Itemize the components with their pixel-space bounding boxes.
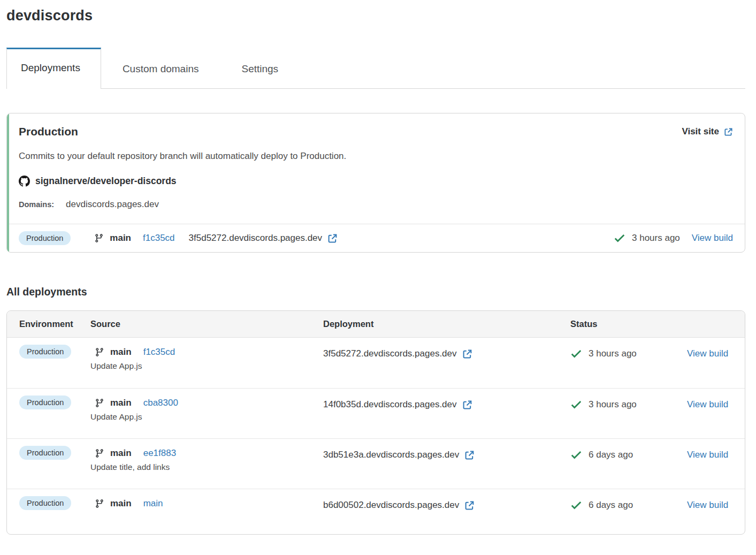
external-link-icon[interactable] [464, 500, 475, 511]
environment-badge: Production [19, 496, 71, 510]
col-action [687, 319, 745, 329]
branch-name: main [110, 233, 131, 244]
deploy-time: 3 hours ago [632, 233, 680, 244]
git-branch-icon [95, 448, 104, 458]
deploy-time: 3 hours ago [589, 348, 637, 359]
deployment-url: 3db51e3a.devdiscords.pages.dev [323, 450, 459, 460]
external-link-icon[interactable] [327, 233, 338, 244]
col-deployment: Deployment [323, 319, 570, 329]
deployments-table-header: Environment Source Deployment Status [7, 311, 745, 338]
view-build-link[interactable]: View build [687, 450, 728, 460]
success-check-icon [570, 349, 582, 359]
external-link-icon [724, 127, 733, 136]
commit-link[interactable]: cba8300 [143, 398, 178, 408]
tab-settings[interactable]: Settings [220, 50, 300, 88]
environment-badge: Production [19, 446, 71, 460]
environment-badge: Production [19, 345, 71, 359]
git-branch-icon [94, 233, 104, 243]
domains-label: Domains: [19, 200, 54, 209]
deploy-time: 6 days ago [589, 450, 633, 460]
commit-message: Update title, add links [90, 462, 323, 472]
external-link-icon[interactable] [462, 400, 472, 410]
table-row: Production main main b6d00502.devdiscord… [7, 489, 745, 534]
col-source: Source [90, 319, 323, 329]
view-build-link[interactable]: View build [687, 399, 728, 409]
branch-name: main [110, 398, 132, 408]
table-row: Production main cba8300 Update App.js 14… [7, 388, 745, 438]
success-check-icon [614, 233, 625, 243]
success-check-icon [570, 450, 582, 460]
production-card-title: Production [19, 125, 78, 138]
view-build-link[interactable]: View build [687, 348, 728, 359]
deployment-url: b6d00502.devdiscords.pages.dev [323, 500, 459, 511]
production-card-body: Production Visit site Commits to your de… [9, 113, 745, 224]
pages-project-page: devdiscords Deployments Custom domains S… [0, 0, 756, 535]
deploy-time: 3 hours ago [589, 399, 637, 410]
deployments-table: Environment Source Deployment Status Pro… [6, 310, 745, 535]
branch-name: main [110, 347, 132, 358]
tab-custom-domains[interactable]: Custom domains [101, 50, 220, 88]
deployment-url: 3f5d5272.devdiscords.pages.dev [189, 233, 323, 244]
production-latest-deployment-row: Production main f1c35cd 3f5d5272.devdisc… [9, 224, 745, 252]
environment-badge: Production [19, 396, 71, 409]
branch-name: main [110, 448, 132, 459]
deployment-url: 14f0b35d.devdiscords.pages.dev [323, 399, 457, 410]
tabbar: Deployments Custom domains Settings [6, 48, 745, 89]
visit-site-link[interactable]: Visit site [682, 126, 733, 137]
production-card: Production Visit site Commits to your de… [6, 113, 745, 253]
git-branch-icon [95, 499, 104, 508]
tab-deployments[interactable]: Deployments [6, 48, 101, 89]
commit-link[interactable]: f1c35cd [143, 233, 175, 244]
success-check-icon [570, 500, 582, 510]
branch-name: main [110, 498, 132, 509]
all-deployments-heading: All deployments [6, 286, 745, 298]
git-branch-icon [95, 398, 104, 408]
commit-link[interactable]: main [143, 498, 163, 509]
table-row: Production main ee1f883 Update title, ad… [7, 438, 745, 489]
commit-message: Update App.js [90, 412, 323, 422]
environment-badge: Production [19, 231, 71, 245]
commit-message: Update App.js [90, 361, 323, 371]
repo-name[interactable]: signalnerve/developer-discords [35, 176, 177, 187]
production-description: Commits to your default repository branc… [19, 151, 733, 162]
table-row: Production main f1c35cd Update App.js 3f… [7, 338, 745, 388]
view-build-link[interactable]: View build [692, 233, 733, 244]
view-build-link[interactable]: View build [687, 500, 728, 510]
commit-link[interactable]: ee1f883 [143, 448, 176, 459]
git-branch-icon [95, 347, 104, 357]
github-icon [19, 176, 30, 187]
visit-site-label: Visit site [682, 126, 719, 137]
col-status: Status [570, 319, 687, 329]
external-link-icon[interactable] [462, 349, 472, 359]
domains-value: devdiscords.pages.dev [66, 199, 159, 210]
col-environment: Environment [19, 319, 90, 329]
deployment-url: 3f5d5272.devdiscords.pages.dev [323, 348, 457, 359]
page-title: devdiscords [6, 7, 745, 24]
external-link-icon[interactable] [464, 450, 475, 460]
success-check-icon [570, 400, 582, 409]
commit-message [90, 513, 323, 513]
deploy-time: 6 days ago [589, 500, 633, 511]
commit-link[interactable]: f1c35cd [143, 347, 175, 358]
